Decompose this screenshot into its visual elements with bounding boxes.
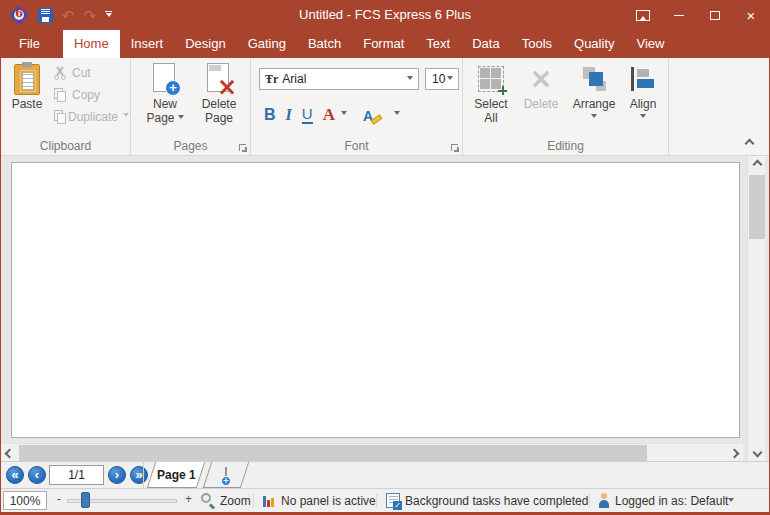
- underline-button[interactable]: U: [297, 100, 318, 124]
- save-icon[interactable]: [38, 8, 53, 23]
- font-size-combo[interactable]: 10: [425, 68, 459, 90]
- panel-status-icon: [263, 495, 277, 507]
- select-all-button[interactable]: Select All: [469, 61, 513, 125]
- tab-home[interactable]: Home: [63, 30, 120, 58]
- previous-page-button[interactable]: ‹: [28, 466, 46, 484]
- app-icon[interactable]: 6: [9, 5, 29, 25]
- zoom-percent-box[interactable]: 100%: [3, 491, 47, 510]
- group-pages: + New Page × Delete Page Pages: [131, 58, 251, 155]
- tab-batch[interactable]: Batch: [297, 30, 352, 58]
- tab-text[interactable]: Text: [415, 30, 461, 58]
- delete-button[interactable]: × Delete: [519, 61, 563, 111]
- copy-button[interactable]: Copy: [53, 86, 129, 103]
- group-font: Ŧr Arial 10 B I U A A Font: [251, 58, 463, 155]
- align-dropdown-icon: [640, 114, 646, 121]
- customize-quick-access-icon[interactable]: [105, 11, 112, 20]
- last-page-button[interactable]: »: [130, 466, 148, 484]
- chevron-down-icon: [752, 448, 762, 458]
- delete-page-icon: ×: [206, 63, 232, 95]
- tab-view[interactable]: View: [626, 30, 676, 58]
- font-style-dropdown[interactable]: [389, 100, 405, 124]
- ribbon-tab-row: File Home Insert Design Gating Batch For…: [1, 30, 769, 58]
- scroll-up-button[interactable]: [748, 156, 766, 173]
- pages-group-label: Pages: [131, 139, 250, 153]
- next-page-button[interactable]: ›: [108, 466, 126, 484]
- font-size-value: 10: [432, 72, 445, 86]
- zoom-slider-thumb[interactable]: [81, 492, 90, 508]
- redo-icon[interactable]: ↷: [84, 8, 97, 23]
- previous-page-icon: ‹: [35, 468, 39, 481]
- scroll-left-button[interactable]: [1, 444, 18, 462]
- pages-dialog-launcher-icon[interactable]: [239, 144, 246, 151]
- minimize-button[interactable]: [661, 0, 697, 30]
- bold-button[interactable]: B: [259, 100, 281, 124]
- vertical-scroll-thumb[interactable]: [749, 175, 765, 239]
- select-all-icon: [478, 66, 504, 92]
- tab-file[interactable]: File: [8, 30, 51, 58]
- tab-design[interactable]: Design: [174, 30, 236, 58]
- font-style-button[interactable]: A: [358, 100, 389, 124]
- paste-button[interactable]: Paste: [5, 61, 49, 111]
- maximize-button[interactable]: [697, 0, 733, 30]
- tab-tools[interactable]: Tools: [511, 30, 563, 58]
- scroll-down-button[interactable]: [748, 444, 766, 461]
- new-page-tab-button[interactable]: +: [203, 462, 249, 488]
- background-tasks-icon: ✓: [386, 493, 400, 508]
- new-page-tab-icon: +: [225, 467, 227, 483]
- font-color-dropdown[interactable]: [340, 100, 352, 124]
- font-dialog-launcher-icon[interactable]: [451, 144, 458, 151]
- quick-access-toolbar: 6 ↶ ↷: [1, 5, 112, 25]
- next-page-icon: ›: [115, 468, 119, 481]
- tab-data[interactable]: Data: [461, 30, 510, 58]
- new-page-icon: +: [152, 63, 178, 95]
- tab-quality[interactable]: Quality: [563, 30, 625, 58]
- ribbon-display-options-button[interactable]: [625, 0, 661, 30]
- clipboard-group-label: Clipboard: [1, 139, 130, 153]
- login-dropdown-icon[interactable]: [728, 498, 734, 505]
- arrange-button[interactable]: Arrange: [567, 61, 621, 121]
- first-page-icon: «: [11, 468, 18, 481]
- collapse-ribbon-icon[interactable]: [745, 139, 755, 149]
- tab-format[interactable]: Format: [352, 30, 415, 58]
- close-button[interactable]: ×: [733, 0, 769, 30]
- page-indicator[interactable]: 1/1: [49, 465, 104, 485]
- font-color-dropdown-icon: [341, 111, 347, 118]
- chevron-left-icon: [5, 448, 15, 458]
- cut-icon: [53, 66, 67, 80]
- horizontal-scroll-thumb[interactable]: [19, 445, 647, 461]
- horizontal-scrollbar[interactable]: [1, 443, 743, 461]
- ribbon: Paste Cut Copy Duplicate Clipboard: [1, 58, 769, 156]
- minimize-icon: [674, 15, 684, 16]
- document-page[interactable]: [11, 162, 740, 438]
- zoom-in-button[interactable]: +: [185, 492, 192, 506]
- scroll-right-button[interactable]: [726, 444, 743, 462]
- first-page-button[interactable]: «: [6, 466, 24, 484]
- cut-button[interactable]: Cut: [53, 64, 129, 81]
- tab-insert[interactable]: Insert: [120, 30, 175, 58]
- duplicate-button[interactable]: Duplicate: [53, 108, 129, 125]
- font-size-dropdown-icon: [447, 76, 453, 83]
- page-tab-label: Page 1: [157, 468, 196, 482]
- editing-group-label: Editing: [463, 139, 668, 153]
- delete-page-button[interactable]: × Delete Page: [195, 61, 243, 125]
- duplicate-icon: [53, 110, 63, 124]
- tab-gating[interactable]: Gating: [237, 30, 297, 58]
- vertical-scrollbar[interactable]: [747, 156, 765, 461]
- zoom-magnifier-icon[interactable]: [201, 493, 216, 508]
- new-page-dropdown-icon: [178, 115, 184, 122]
- document-canvas: [1, 156, 769, 461]
- new-page-button[interactable]: + New Page: [141, 61, 189, 125]
- title-bar: 6 ↶ ↷ Untitled - FCS Express 6 Plus ×: [1, 0, 769, 30]
- font-color-button[interactable]: A: [318, 100, 340, 124]
- zoom-label[interactable]: Zoom: [220, 494, 251, 508]
- copy-icon: [53, 88, 67, 102]
- font-family-combo[interactable]: Ŧr Arial: [259, 68, 419, 90]
- last-page-icon: »: [135, 468, 142, 481]
- italic-button[interactable]: I: [281, 100, 297, 124]
- zoom-out-button[interactable]: -: [57, 492, 61, 506]
- login-status-text[interactable]: Logged in as: Default: [615, 494, 728, 508]
- undo-icon[interactable]: ↶: [62, 8, 75, 23]
- page-tab-page1[interactable]: Page 1: [147, 462, 205, 488]
- align-button[interactable]: Align: [621, 61, 665, 121]
- app-icon-digit: 6: [9, 7, 29, 20]
